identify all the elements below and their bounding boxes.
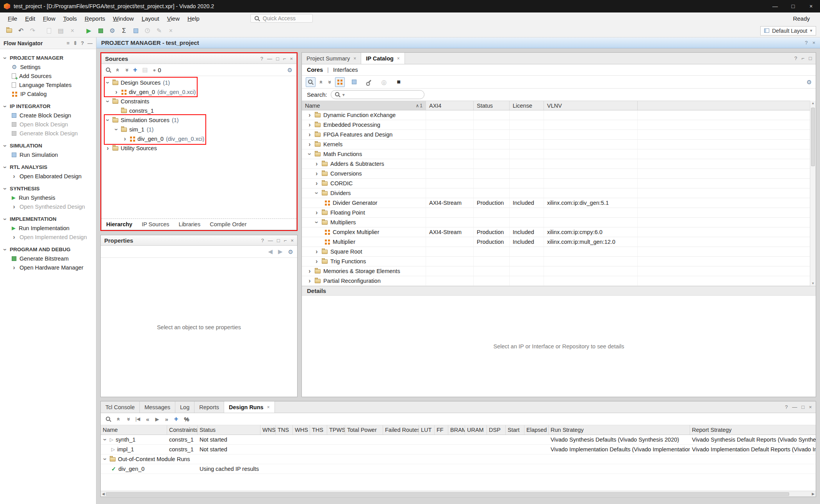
scroll-left-icon[interactable]: ◀ bbox=[102, 492, 105, 496]
nav-item-open-synthesized-design[interactable]: ›Open Synthesized Design bbox=[0, 202, 96, 211]
column-header-license[interactable]: License bbox=[510, 101, 544, 110]
tab-ip-catalog[interactable]: IP Catalog × bbox=[361, 53, 405, 64]
column-header-wns[interactable]: WNS bbox=[260, 425, 276, 435]
create-run-icon[interactable]: + bbox=[174, 415, 178, 422]
redo-icon[interactable]: ↷ bbox=[27, 26, 38, 36]
search-toggle[interactable] bbox=[306, 77, 316, 87]
ip-category-row[interactable]: ›CORDIC bbox=[302, 179, 816, 188]
ip-category-row[interactable]: ›Trig Functions bbox=[302, 257, 816, 266]
ip-category-row[interactable]: ›Memories & Storage Elements bbox=[302, 266, 816, 276]
ip-category-row[interactable]: ›Square Root bbox=[302, 247, 816, 257]
maximize-icon[interactable]: □ bbox=[277, 238, 280, 243]
expander-icon[interactable]: › bbox=[113, 127, 119, 132]
help-icon[interactable]: ? bbox=[785, 404, 788, 410]
horizontal-scrollbar[interactable]: ◀ ▶ bbox=[101, 491, 816, 497]
minimize-icon[interactable]: — bbox=[766, 0, 784, 12]
expander-icon[interactable]: › bbox=[105, 145, 110, 151]
close-icon[interactable]: × bbox=[290, 56, 293, 62]
forward-icon[interactable]: ▶ bbox=[278, 248, 283, 255]
column-header-name[interactable]: Name ∧1 bbox=[302, 101, 426, 110]
expander-icon[interactable]: › bbox=[307, 278, 312, 284]
section-simulation[interactable]: › SIMULATION bbox=[0, 141, 96, 150]
expander-icon[interactable]: › bbox=[307, 268, 312, 274]
column-header-report-strategy[interactable]: Report Strategy bbox=[690, 425, 816, 435]
expander-icon[interactable]: › bbox=[307, 112, 312, 118]
column-header-axi4[interactable]: AXI4 bbox=[426, 101, 474, 110]
run-icon[interactable]: ▶ bbox=[155, 416, 159, 422]
nav-item-settings[interactable]: ⚙Settings bbox=[0, 62, 96, 71]
subtab-interfaces[interactable]: Interfaces bbox=[333, 67, 358, 73]
expander-icon[interactable]: › bbox=[314, 209, 319, 216]
column-header-vlnv[interactable]: VLNV bbox=[544, 101, 638, 110]
column-header-failed-routes[interactable]: Failed Routes bbox=[383, 425, 419, 435]
nav-item-ip-catalog[interactable]: IP Catalog bbox=[0, 89, 96, 98]
sum-icon[interactable]: Σ bbox=[119, 26, 129, 36]
ip-category-row[interactable]: ›Dividers bbox=[302, 188, 816, 198]
scroll-to-icon[interactable]: ▤ bbox=[142, 66, 148, 73]
help-icon[interactable]: ? bbox=[794, 55, 797, 61]
ip-category-row[interactable]: ›Dynamic Function eXchange bbox=[302, 110, 816, 120]
section-rtl-analysis[interactable]: › RTL ANALYSIS bbox=[0, 163, 96, 172]
scroll-down-icon[interactable]: ▼ bbox=[811, 282, 815, 285]
expander-icon[interactable]: › bbox=[307, 152, 313, 156]
menu-file[interactable]: File bbox=[4, 14, 21, 23]
tab-libraries[interactable]: Libraries bbox=[179, 221, 201, 227]
nav-item-open-implemented-design[interactable]: ›Open Implemented Design bbox=[0, 232, 96, 241]
expander-icon[interactable]: › bbox=[123, 136, 127, 142]
settings-gear-icon[interactable]: ⚙ bbox=[807, 79, 812, 85]
expand-collapse-icon[interactable]: ⇕ bbox=[73, 40, 77, 46]
close-icon[interactable]: × bbox=[291, 238, 294, 243]
column-header-name[interactable]: Name bbox=[101, 425, 167, 435]
percent-icon[interactable]: % bbox=[184, 416, 189, 422]
section-implementation[interactable]: › IMPLEMENTATION bbox=[0, 215, 96, 224]
nav-item-open-hardware-manager[interactable]: ›Open Hardware Manager bbox=[0, 263, 96, 272]
column-header-tpws[interactable]: TPWS bbox=[327, 425, 345, 435]
fast-back-icon[interactable]: « bbox=[146, 416, 149, 422]
layout-grid-icon[interactable] bbox=[130, 26, 141, 36]
step-first-icon[interactable]: |◀ bbox=[135, 416, 140, 422]
expander-icon[interactable]: › bbox=[105, 99, 111, 104]
target-icon[interactable]: ◎ bbox=[379, 77, 389, 87]
help-icon[interactable]: ? bbox=[260, 56, 263, 62]
section-program-and-debug[interactable]: › PROGRAM AND DEBUG bbox=[0, 245, 96, 254]
maximize-icon[interactable]: □ bbox=[784, 0, 802, 12]
menu-tools[interactable]: Tools bbox=[59, 14, 81, 23]
column-header-dsp[interactable]: DSP bbox=[487, 425, 506, 435]
ip-category-row[interactable]: ›Kernels bbox=[302, 140, 816, 149]
tab-messages[interactable]: Messages bbox=[140, 401, 175, 413]
paste-icon[interactable]: ▤ bbox=[55, 26, 66, 36]
ip-core-row-complex-multiplier[interactable]: Complex MultiplierAXI4-StreamProductionI… bbox=[302, 227, 816, 237]
ip-core-row-multiplier[interactable]: MultiplierProductionIncludedxilinx.com:i… bbox=[302, 237, 816, 247]
float-icon[interactable]: ⌐ bbox=[802, 55, 805, 61]
cancel-icon[interactable]: × bbox=[166, 26, 176, 36]
expander-icon[interactable]: › bbox=[314, 220, 320, 225]
close-icon[interactable]: × bbox=[397, 56, 400, 61]
run-row-synth-1[interactable]: ›▷synth_1 constrs_1 Not started Vivado S… bbox=[101, 435, 816, 445]
tab-project-summary[interactable]: Project Summary × bbox=[302, 53, 361, 64]
nav-item-language-templates[interactable]: Language Templates bbox=[0, 80, 96, 89]
nav-item-open-elaborated-design[interactable]: ›Open Elaborated Design bbox=[0, 172, 96, 181]
column-header-elapsed[interactable]: Elapsed bbox=[524, 425, 549, 435]
expander-icon[interactable]: › bbox=[307, 141, 312, 147]
scroll-right-icon[interactable]: ▶ bbox=[812, 492, 815, 496]
run-row-out-of-context[interactable]: ›Out-of-Context Module Runs bbox=[101, 454, 816, 464]
close-icon[interactable]: × bbox=[809, 404, 812, 410]
expander-icon[interactable]: › bbox=[307, 122, 312, 128]
quick-access-search[interactable]: Quick Access bbox=[250, 14, 313, 23]
column-header-tns[interactable]: TNS bbox=[276, 425, 293, 435]
maximize-icon[interactable]: □ bbox=[809, 55, 812, 61]
expand-all-icon[interactable]: « bbox=[123, 68, 130, 71]
tab-ip-sources[interactable]: IP Sources bbox=[142, 221, 169, 227]
column-header-status[interactable]: Status bbox=[474, 101, 510, 110]
collapse-all-icon[interactable]: « bbox=[116, 417, 122, 421]
close-icon[interactable]: × bbox=[353, 56, 356, 61]
message-filter-icon[interactable]: ● bbox=[153, 67, 156, 73]
vertical-scrollbar[interactable]: ▲ ▼ bbox=[810, 101, 816, 286]
nav-item-open-block-design[interactable]: Open Block Design bbox=[0, 120, 96, 129]
menu-icon[interactable]: ≡ bbox=[67, 40, 70, 46]
expander-icon[interactable]: › bbox=[314, 191, 320, 195]
settings-gear-icon[interactable]: ⚙ bbox=[288, 249, 293, 255]
expander-icon[interactable]: › bbox=[314, 248, 319, 255]
block-design-icon[interactable] bbox=[95, 26, 106, 36]
group-by-taxonomy-icon[interactable] bbox=[335, 77, 345, 87]
